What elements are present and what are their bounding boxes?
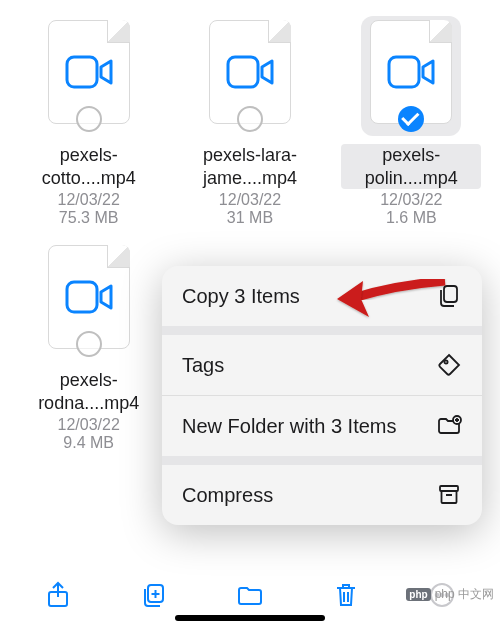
file-date: 12/03/22: [58, 191, 120, 209]
file-item-selected[interactable]: pexels-polin....mp4 12/03/22 1.6 MB: [331, 10, 492, 235]
file-icon-wrap: [39, 16, 139, 136]
file-name: pexels-lara-jame....mp4: [180, 144, 320, 189]
menu-label: New Folder with 3 Items: [182, 414, 397, 439]
svg-rect-0: [67, 57, 97, 87]
folder-add-icon: [436, 413, 462, 439]
copy-icon: [436, 283, 462, 309]
menu-compress[interactable]: Compress: [162, 465, 482, 525]
file-name: pexels-cotto....mp4: [19, 144, 159, 189]
file-item[interactable]: pexels-lara-jame....mp4 12/03/22 31 MB: [169, 10, 330, 235]
svg-rect-2: [389, 57, 419, 87]
svg-point-5: [444, 360, 447, 363]
file-item[interactable]: pexels-rodna....mp4 12/03/22 9.4 MB: [8, 235, 169, 460]
selection-circle[interactable]: [76, 331, 102, 357]
home-indicator[interactable]: [175, 615, 325, 621]
tag-icon: [436, 352, 462, 378]
menu-label: Tags: [182, 353, 224, 378]
svg-rect-4: [444, 286, 457, 302]
file-size: 1.6 MB: [386, 209, 437, 227]
menu-tags[interactable]: Tags: [162, 335, 482, 395]
file-date: 12/03/22: [58, 416, 120, 434]
svg-rect-3: [67, 282, 97, 312]
menu-label: Compress: [182, 483, 273, 508]
duplicate-button[interactable]: [138, 579, 170, 611]
svg-rect-1: [228, 57, 258, 87]
watermark: phpphp 中文网: [406, 586, 494, 603]
delete-button[interactable]: [330, 579, 362, 611]
selection-checkmark[interactable]: [398, 106, 424, 132]
menu-copy[interactable]: Copy 3 Items: [162, 266, 482, 326]
selection-circle[interactable]: [237, 106, 263, 132]
selection-circle[interactable]: [76, 106, 102, 132]
share-button[interactable]: [42, 579, 74, 611]
archive-icon: [436, 482, 462, 508]
file-date: 12/03/22: [219, 191, 281, 209]
file-size: 75.3 MB: [59, 209, 119, 227]
file-name: pexels-polin....mp4: [341, 144, 481, 189]
file-size: 31 MB: [227, 209, 273, 227]
file-icon-wrap: [200, 16, 300, 136]
file-icon-wrap: [361, 16, 461, 136]
menu-new-folder[interactable]: New Folder with 3 Items: [162, 396, 482, 456]
file-name: pexels-rodna....mp4: [19, 369, 159, 414]
file-icon-wrap: [39, 241, 139, 361]
context-menu: Copy 3 Items Tags New Folder with 3 Item…: [162, 266, 482, 525]
svg-rect-10: [442, 491, 457, 503]
file-date: 12/03/22: [380, 191, 442, 209]
file-item[interactable]: pexels-cotto....mp4 12/03/22 75.3 MB: [8, 10, 169, 235]
menu-label: Copy 3 Items: [182, 284, 300, 309]
move-button[interactable]: [234, 579, 266, 611]
file-size: 9.4 MB: [63, 434, 114, 452]
